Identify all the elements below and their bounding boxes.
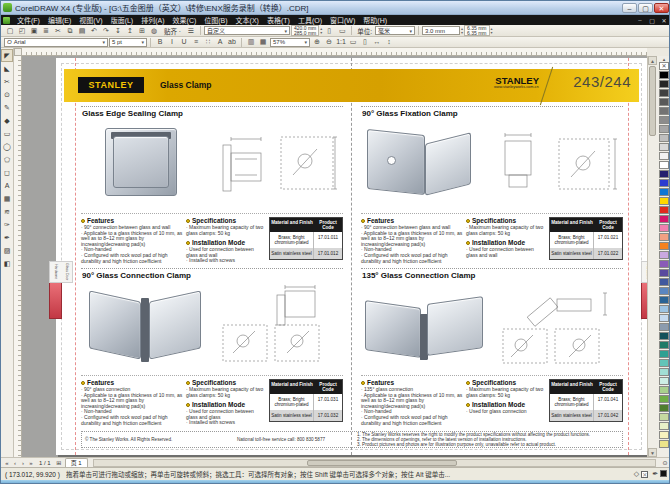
zoom-level-combo[interactable]: 57%▾ xyxy=(270,38,310,47)
eyedropper-tool[interactable]: ✑ xyxy=(1,218,13,231)
color-swatch[interactable] xyxy=(659,431,669,439)
color-swatch[interactable] xyxy=(659,125,669,133)
duplicate-distance-fields[interactable]: 6.35 mm 6.35 mm xyxy=(464,25,489,36)
zoom-out-icon[interactable]: ⊖ xyxy=(323,37,335,47)
new-icon[interactable]: ▢ xyxy=(4,26,16,36)
italic-button[interactable]: I xyxy=(166,37,178,47)
color-swatch[interactable] xyxy=(659,134,669,142)
maximize-button[interactable]: ▢ xyxy=(638,3,653,13)
ruler-origin-box[interactable] xyxy=(14,48,22,56)
shape-tool[interactable]: ◣ xyxy=(1,62,13,75)
nudge-stepper[interactable]: ▴▾ xyxy=(461,27,463,35)
color-swatch[interactable] xyxy=(659,269,669,277)
menu-item[interactable]: 编辑(E) xyxy=(44,15,75,25)
horizontal-ruler[interactable] xyxy=(22,48,647,56)
color-swatch[interactable] xyxy=(659,278,669,286)
alignment-icon[interactable]: ≡ xyxy=(190,37,202,47)
color-swatch[interactable] xyxy=(659,440,669,448)
single-page-view-icon[interactable]: ▥ xyxy=(245,37,257,47)
paper-preset-combo[interactable]: 自定义▾ xyxy=(204,26,290,35)
zoom-in-icon[interactable]: ⊕ xyxy=(311,37,323,47)
doc-minimize-button[interactable]: – xyxy=(635,17,645,24)
color-swatch[interactable] xyxy=(659,251,669,259)
doc-close-button[interactable]: ✕ xyxy=(659,17,669,24)
options-icon[interactable]: ☰ xyxy=(185,26,197,36)
menu-item[interactable]: 位图(B) xyxy=(200,15,231,25)
add-page-icon[interactable]: ⊞ xyxy=(55,459,63,466)
menu-item[interactable]: 文本(X) xyxy=(232,15,263,25)
nudge-field[interactable]: 3.0 mm xyxy=(422,26,460,35)
zoom-height-icon[interactable]: ↕ xyxy=(383,37,395,47)
polygon-tool[interactable]: ⬠ xyxy=(1,153,13,166)
color-swatch[interactable] xyxy=(659,116,669,124)
previous-page-button[interactable]: ‹ xyxy=(11,460,19,466)
zoom-page-icon[interactable]: ▯ xyxy=(359,37,371,47)
duplicate-y-field[interactable]: 6.35 mm xyxy=(467,31,486,36)
units-combo[interactable]: 毫米▾ xyxy=(375,26,415,35)
fill-indicator[interactable]: ◇ ✕ xyxy=(634,470,648,478)
corel-online-icon[interactable]: ◍ xyxy=(148,26,160,36)
menu-item[interactable]: 版面(L) xyxy=(107,15,138,25)
color-swatch[interactable] xyxy=(659,386,669,394)
color-swatch[interactable] xyxy=(659,287,669,295)
basic-shapes-tool[interactable]: ◻ xyxy=(1,166,13,179)
app-launcher-icon[interactable]: ⊞ xyxy=(136,26,148,36)
color-swatch[interactable] xyxy=(659,359,669,367)
menu-item[interactable]: 帮助(H) xyxy=(359,15,391,25)
bold-button[interactable]: B xyxy=(154,37,166,47)
color-swatch[interactable] xyxy=(659,242,669,250)
landscape-icon[interactable]: ▭ xyxy=(336,26,348,36)
first-page-button[interactable]: « xyxy=(3,460,11,466)
menu-item[interactable]: 工具(O) xyxy=(294,15,326,25)
paper-size-stepper[interactable]: ▴▾ xyxy=(320,27,322,35)
print-icon[interactable]: ≣ xyxy=(40,26,52,36)
horizontal-scroll-thumb[interactable] xyxy=(307,460,457,466)
menu-item[interactable]: 文件(F) xyxy=(13,15,44,25)
color-swatch[interactable] xyxy=(659,224,669,232)
menu-item[interactable]: 窗口(W) xyxy=(326,15,359,25)
color-swatch[interactable] xyxy=(659,233,669,241)
blend-tool[interactable]: ≋ xyxy=(1,205,13,218)
color-swatch[interactable] xyxy=(659,296,669,304)
facing-pages-view-icon[interactable]: ▦ xyxy=(257,37,269,47)
copy-icon[interactable]: ⧉ xyxy=(64,26,76,36)
horizontal-scrollbar[interactable] xyxy=(93,459,656,467)
bullet-list-icon[interactable]: ∷ xyxy=(202,37,214,47)
no-color-swatch[interactable]: ✕ xyxy=(659,62,669,70)
open-icon[interactable]: ◰ xyxy=(16,26,28,36)
color-swatch[interactable] xyxy=(659,323,669,331)
color-swatch[interactable] xyxy=(659,305,669,313)
color-swatch[interactable] xyxy=(659,314,669,322)
pick-tool[interactable]: ◤ xyxy=(1,49,13,62)
paper-height-field[interactable]: 285.0 mm xyxy=(294,31,316,36)
color-swatch[interactable] xyxy=(659,404,669,412)
zoom-width-icon[interactable]: ↔ xyxy=(371,37,383,47)
page-tab[interactable]: 页 1 xyxy=(65,458,88,467)
color-swatch[interactable] xyxy=(659,143,669,151)
color-swatch[interactable] xyxy=(659,170,669,178)
paste-icon[interactable]: ▤ xyxy=(76,26,88,36)
close-button[interactable]: ✕ xyxy=(654,3,669,13)
freehand-tool[interactable]: ✎ xyxy=(1,101,13,114)
portrait-icon[interactable]: ▯ xyxy=(323,26,335,36)
color-swatch[interactable] xyxy=(659,395,669,403)
color-swatch[interactable] xyxy=(659,377,669,385)
color-swatch[interactable] xyxy=(659,98,669,106)
guideline[interactable] xyxy=(628,58,629,455)
color-swatch[interactable] xyxy=(659,422,669,430)
next-page-button[interactable]: › xyxy=(19,460,27,466)
title-bar[interactable]: CorelDRAW X4 (专业版) - [G:\五金图册（英文）\转修\ENX… xyxy=(1,1,670,15)
color-swatch[interactable] xyxy=(659,413,669,421)
duplicate-stepper[interactable]: ▴▾ xyxy=(491,27,493,35)
drop-cap-icon[interactable]: A xyxy=(214,37,226,47)
vertical-scrollbar[interactable]: ▲ ▼ xyxy=(647,56,657,457)
undo-icon[interactable]: ↶ xyxy=(88,26,100,36)
crop-tool[interactable]: ✂ xyxy=(1,75,13,88)
save-icon[interactable]: ▣ xyxy=(28,26,40,36)
color-swatch[interactable] xyxy=(659,215,669,223)
color-swatch[interactable] xyxy=(659,71,669,79)
cut-icon[interactable]: ✂ xyxy=(52,26,64,36)
font-combo[interactable]: OArial▾ xyxy=(4,38,108,47)
table-tool[interactable]: ▦ xyxy=(1,192,13,205)
color-swatch[interactable] xyxy=(659,161,669,169)
